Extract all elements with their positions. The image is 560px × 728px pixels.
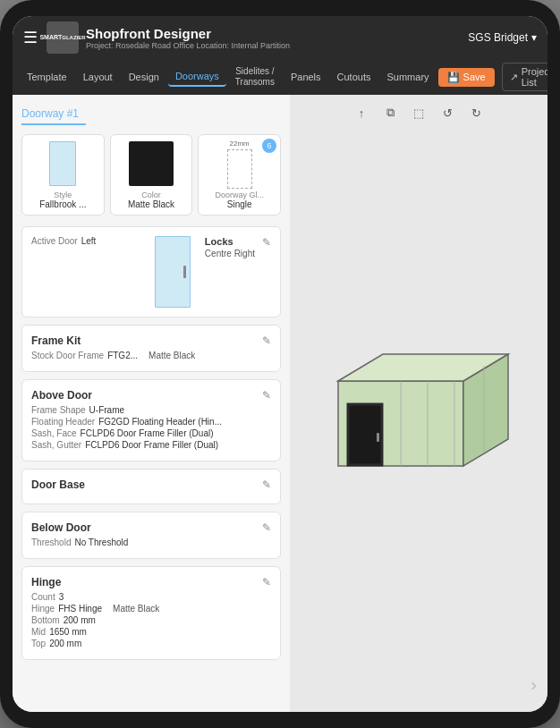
hinge-bottom-row: Bottom 200 mm [31,615,271,625]
door-base-title: Door Base [31,478,85,491]
app-title-area: Shopfront Designer Project: Rosedale Roa… [86,26,468,50]
preview-toolbar: ↑ ⧉ ⬚ ↺ ↻ [351,102,487,123]
color-card-value: Matte Black [116,199,187,209]
door-style-icon [49,141,76,186]
project-list-button[interactable]: ↗ Project List [502,63,547,91]
frame-kit-color: Matte Black [148,351,195,360]
above-door-title: Above Door [31,389,92,402]
below-door-title: Below Door [31,521,91,534]
sash-gutter-row: Sash, Gutter FCLPD6 Door Frame Filler (D… [31,440,271,450]
menu-icon[interactable]: ☰ [23,28,38,47]
toolbar-redo-icon[interactable]: ↻ [465,102,487,123]
frame-kit-section: Frame Kit ✎ Stock Door Frame FTG2... Mat… [21,325,281,372]
frame-kit-title: Frame Kit [31,334,81,347]
door-handle-icon [183,266,186,278]
building-preview [297,131,540,684]
tab-cutouts[interactable]: Cutouts [330,68,378,86]
frame-kit-edit-icon[interactable]: ✎ [262,334,271,347]
nav-actions: 💾 Save ↗ Project List [438,63,547,91]
door-base-section: Door Base ✎ [21,469,281,504]
glazing-card[interactable]: 6 22mm Doorway Gl... Single [198,134,281,216]
frame-shape-value: U-Frame [89,405,124,415]
style-preview [28,140,98,187]
door-visual-preview [155,236,191,308]
hinge-mid-row: Mid 1650 mm [31,627,271,637]
glazing-badge: 6 [262,139,276,153]
color-card-label: Color [116,190,187,199]
door-base-edit-icon[interactable]: ✎ [262,478,271,491]
color-card[interactable]: Color Matte Black [110,134,193,216]
above-door-edit-icon[interactable]: ✎ [262,389,271,402]
hinge-title: Hinge [31,576,61,588]
locks-title: Locks [205,236,255,247]
frame-kit-row: Stock Door Frame FTG2... Matte Black [31,351,271,360]
floating-header-row: Floating Header FG2GD Floating Header (H… [31,417,271,427]
hinge-type-label: Hinge [31,604,55,614]
sash-gutter-value: FCLPD6 Door Frame Filler (Dual) [85,440,218,450]
project-subtitle: Project: Rosedale Road Office Location: … [86,41,468,50]
hinge-mid-value: 1650 mm [49,627,87,637]
door-base-header: Door Base ✎ [31,478,271,495]
threshold-label: Threshold [31,538,71,547]
frame-shape-row: Frame Shape U-Frame [31,405,271,415]
building-svg [311,327,526,488]
app-title: Shopfront Designer [86,26,468,41]
below-door-edit-icon[interactable]: ✎ [262,521,271,534]
frame-shape-label: Frame Shape [31,405,86,415]
config-cards-row: Style Fallbrook ... Color Matte Black 6 [21,134,281,216]
active-door-details: Active Door Left [31,236,148,308]
active-door-row: Active Door Left [31,236,148,246]
svg-rect-4 [349,405,381,464]
floating-header-label: Floating Header [31,417,95,427]
main-content: Doorway #1 Style Fallbrook ... [13,95,547,712]
frame-kit-header: Frame Kit ✎ [31,334,271,351]
style-card-value: Fallbrook ... [28,199,98,209]
tab-sidelites[interactable]: Sidelites /Transoms [228,63,282,91]
floating-header-value: FG2GD Floating Header (Hin... [98,417,222,427]
active-door-value: Left [81,236,97,246]
svg-rect-5 [377,433,379,442]
save-button[interactable]: 💾 Save [438,68,495,87]
user-menu[interactable]: SGS Bridget ▾ [468,31,537,44]
hinge-count-row: Count 3 [31,592,271,602]
hinge-type-value: FHS Hinge [58,604,102,614]
tab-panels[interactable]: Panels [284,68,328,86]
hinge-bottom-label: Bottom [31,615,60,625]
active-door-label: Active Door [31,236,78,246]
tab-layout[interactable]: Layout [76,68,120,86]
app-logo: SMART GLAZIER [47,21,79,54]
user-chevron-icon: ▾ [531,31,537,44]
toolbar-undo-icon[interactable]: ↺ [437,102,458,123]
tab-summary[interactable]: Summary [379,68,436,86]
stock-door-value: FTG2... [107,351,138,360]
hinge-count-value: 3 [59,592,64,602]
tab-template[interactable]: Template [20,68,74,86]
user-name: SGS Bridget [468,31,528,44]
hinge-section: Hinge ✎ Count 3 Hinge FHS Hinge Matte Bl… [21,566,281,660]
sash-face-row: Sash, Face FCLPD6 Door Frame Filler (Dua… [31,428,271,438]
hinge-count-label: Count [31,592,55,602]
hinge-bottom-value: 200 mm [64,615,96,625]
tab-design[interactable]: Design [122,68,166,86]
hinge-edit-icon[interactable]: ✎ [262,576,271,588]
hinge-top-row: Top 200 mm [31,639,271,648]
sash-gutter-label: Sash, Gutter [31,440,81,450]
next-arrow-icon[interactable]: › [530,674,537,695]
toolbar-paste-icon[interactable]: ⬚ [408,102,429,123]
hinge-color: Matte Black [113,604,159,614]
doorway-tab[interactable]: Doorway #1 [21,104,86,125]
right-panel: ↑ ⧉ ⬚ ↺ ↻ [290,95,547,712]
left-panel: Doorway #1 Style Fallbrook ... [13,95,290,712]
glazing-dimension-label: 22mm [230,140,250,148]
below-door-section: Below Door ✎ Threshold No Threshold [21,512,281,559]
toolbar-upload-icon[interactable]: ↑ [351,102,372,123]
hinge-top-label: Top [31,639,46,648]
active-door-edit-icon[interactable]: ✎ [262,236,271,308]
toolbar-copy-icon[interactable]: ⧉ [379,102,401,123]
style-card[interactable]: Style Fallbrook ... [21,134,105,216]
glazing-card-label: Doorway Gl... [204,190,275,199]
threshold-value: No Threshold [74,538,128,547]
hinge-top-value: 200 mm [49,639,81,648]
above-door-section: Above Door ✎ Frame Shape U-Frame Floatin… [21,379,281,461]
tab-doorways[interactable]: Doorways [168,67,226,87]
